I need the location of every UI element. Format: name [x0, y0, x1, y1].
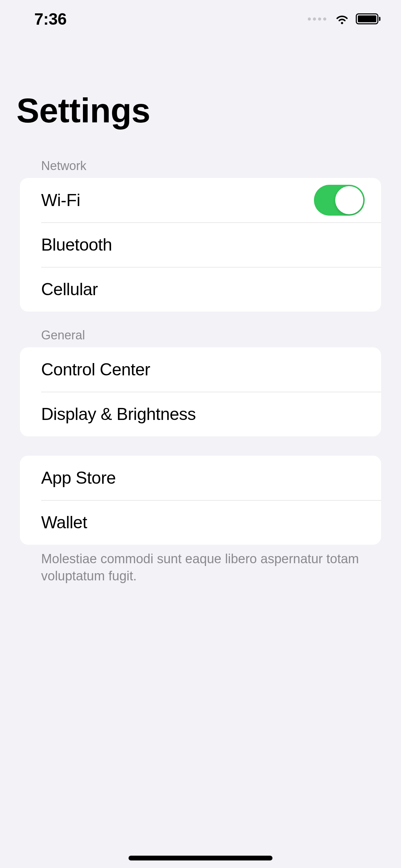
- cell-label-bluetooth: Bluetooth: [41, 235, 112, 255]
- cell-wallet[interactable]: Wallet: [20, 500, 381, 545]
- cell-label-wallet: Wallet: [41, 513, 87, 532]
- home-indicator[interactable]: [129, 856, 272, 860]
- cell-label-display-brightness: Display & Brightness: [41, 404, 196, 424]
- section-apps: App Store Wallet Molestiae commodi sunt …: [20, 456, 381, 584]
- cell-label-app-store: App Store: [41, 468, 116, 488]
- cell-label-wifi: Wi-Fi: [41, 190, 80, 210]
- cell-control-center[interactable]: Control Center: [20, 347, 381, 392]
- section-card-apps: App Store Wallet: [20, 456, 381, 545]
- wifi-toggle[interactable]: [314, 185, 365, 216]
- cell-app-store[interactable]: App Store: [20, 456, 381, 500]
- cellular-signal-icon: [308, 17, 326, 21]
- battery-icon: [356, 13, 380, 24]
- cell-display-brightness[interactable]: Display & Brightness: [20, 392, 381, 436]
- status-indicators: [308, 11, 380, 26]
- section-footer-apps: Molestiae commodi sunt eaque libero aspe…: [20, 545, 381, 584]
- cell-bluetooth[interactable]: Bluetooth: [20, 222, 381, 267]
- status-time: 7:36: [34, 10, 66, 28]
- page-title: Settings: [0, 38, 401, 142]
- status-bar: 7:36: [0, 0, 401, 38]
- cell-wifi[interactable]: Wi-Fi: [20, 178, 381, 222]
- cell-label-cellular: Cellular: [41, 279, 98, 299]
- section-header-general: General: [20, 328, 381, 347]
- section-network: Network Wi-Fi Bluetooth Cellular: [20, 159, 381, 312]
- section-card-general: Control Center Display & Brightness: [20, 347, 381, 436]
- cell-label-control-center: Control Center: [41, 360, 150, 379]
- section-general: General Control Center Display & Brightn…: [20, 328, 381, 436]
- section-header-network: Network: [20, 159, 381, 178]
- section-card-network: Wi-Fi Bluetooth Cellular: [20, 178, 381, 312]
- wifi-icon: [335, 11, 350, 26]
- toggle-knob: [335, 186, 363, 214]
- cell-cellular[interactable]: Cellular: [20, 267, 381, 312]
